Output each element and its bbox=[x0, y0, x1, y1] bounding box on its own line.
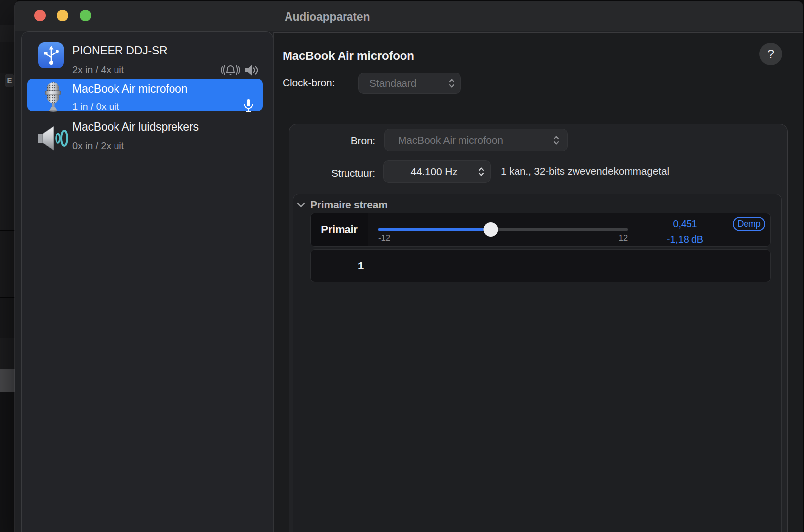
background-e-badge: E bbox=[5, 74, 14, 87]
chevron-down-icon bbox=[297, 202, 305, 208]
sample-rate-popup[interactable]: 44.100 Hz bbox=[383, 160, 491, 183]
window-title: Audioapparaten bbox=[285, 10, 370, 24]
clock-source-value: Standaard bbox=[358, 77, 448, 89]
background-band bbox=[0, 338, 17, 369]
background-band bbox=[0, 73, 17, 231]
device-name: PIONEER DDJ-SR bbox=[72, 44, 167, 57]
screen: E Audioapparaten bbox=[0, 0, 804, 532]
slider-max-label: 12 bbox=[605, 233, 628, 243]
close-button[interactable] bbox=[34, 10, 46, 21]
clock-source-label: Clock-bron: bbox=[283, 77, 335, 89]
titlebar: Audioapparaten bbox=[15, 1, 803, 31]
speaker-output-icon bbox=[245, 64, 258, 76]
background-band bbox=[0, 0, 17, 25]
volume-slider[interactable] bbox=[378, 225, 628, 235]
background-band bbox=[0, 392, 17, 532]
background-band bbox=[0, 297, 17, 338]
source-popup[interactable]: MacBook Air microfoon bbox=[384, 129, 568, 151]
primary-row-label: Primair bbox=[311, 213, 368, 246]
usb-device-icon bbox=[38, 42, 64, 68]
format-label: Structuur: bbox=[283, 167, 375, 179]
background-band bbox=[0, 230, 17, 298]
background-band bbox=[0, 42, 17, 73]
background-highlighted-row bbox=[0, 369, 17, 392]
help-button[interactable]: ? bbox=[759, 43, 782, 65]
channel-number: 1 bbox=[341, 250, 381, 282]
background-band bbox=[0, 25, 17, 42]
primary-volume-row: Primair -12 12 0,451 -1,18 dB Demp bbox=[310, 213, 771, 247]
speaker-device-icon bbox=[37, 125, 69, 151]
sample-rate-value: 44.100 Hz bbox=[383, 166, 478, 178]
slider-fill bbox=[378, 228, 491, 231]
audio-midi-setup-window: Audioapparaten bbox=[15, 1, 803, 532]
default-input-mic-icon bbox=[243, 99, 254, 112]
slider-min-label: -12 bbox=[378, 233, 390, 243]
chevron-up-down-icon bbox=[478, 166, 485, 178]
gain-db-value: -1,18 dB bbox=[660, 232, 710, 247]
device-channels: 0x in / 2x uit bbox=[72, 140, 124, 152]
primary-stream-disclosure[interactable]: Primaire stream bbox=[297, 199, 388, 211]
source-label: Bron: bbox=[283, 135, 375, 147]
device-name: MacBook Air microfoon bbox=[72, 82, 187, 96]
device-channels: 2x in / 4x uit bbox=[72, 64, 124, 76]
zoom-button[interactable] bbox=[80, 10, 91, 21]
primary-stream-title: Primaire stream bbox=[310, 199, 388, 211]
format-description: 1 kan., 32-bits zwevendekommagetal bbox=[501, 165, 669, 177]
device-heading: MacBook Air microfoon bbox=[283, 49, 414, 63]
microphone-device-icon bbox=[44, 82, 62, 112]
clock-source-popup[interactable]: Standaard bbox=[358, 73, 461, 94]
volume-value: 0,451 bbox=[660, 216, 710, 232]
chevron-up-down-icon bbox=[553, 134, 560, 146]
mute-button[interactable]: Demp bbox=[733, 217, 765, 231]
device-channels: 1 in / 0x uit bbox=[72, 101, 119, 112]
chevron-up-down-icon bbox=[448, 77, 455, 89]
source-value: MacBook Air microfoon bbox=[384, 134, 553, 146]
channel-row[interactable]: 1 bbox=[310, 249, 771, 282]
minimize-button[interactable] bbox=[57, 10, 68, 21]
slider-thumb[interactable] bbox=[483, 222, 498, 237]
device-name: MacBook Air luidsprekers bbox=[72, 120, 199, 134]
alert-bell-icon bbox=[220, 64, 241, 76]
background-window-strip: E bbox=[0, 0, 17, 532]
